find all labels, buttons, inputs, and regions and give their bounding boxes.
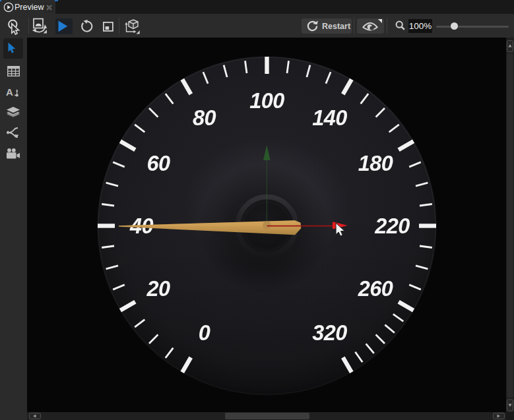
svg-text:20: 20 [146,277,170,301]
svg-text:140: 140 [312,106,347,130]
svg-text:0: 0 [199,321,210,345]
svg-text:260: 260 [358,277,393,301]
svg-text:320: 320 [312,321,347,345]
svg-text:60: 60 [146,152,170,175]
svg-text:A: A [6,86,13,98]
svg-text:180: 180 [358,152,393,175]
svg-text:100: 100 [249,89,284,113]
svg-text:80: 80 [193,106,216,130]
svg-text:220: 220 [374,214,410,238]
